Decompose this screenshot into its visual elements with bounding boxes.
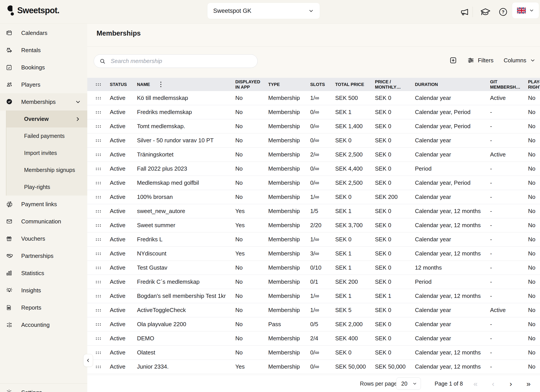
- sidebar-subitem-play-rights[interactable]: Play-rights: [6, 179, 87, 196]
- col-header-git_membership[interactable]: GIT MEMBERSH…: [490, 79, 528, 90]
- table-row[interactable]: ActiveFredrik C´s medlemskapNoMembership…: [87, 275, 540, 289]
- cell-total_price: SEK 1: [335, 264, 375, 271]
- table-row[interactable]: ActiveTräningskortetNoMembership2/∞SEK 2…: [87, 148, 540, 162]
- drag-handle-icon[interactable]: [95, 237, 110, 242]
- table-row[interactable]: ActiveDEMONoMembership2/4SEK 400SEK 0Cal…: [87, 332, 540, 346]
- drag-handle-icon[interactable]: [95, 152, 110, 157]
- table-row[interactable]: ActiveMedlemskap med golfbilNoMembership…: [87, 176, 540, 190]
- sidebar-collapse-button[interactable]: [83, 354, 93, 367]
- drag-handle-icon[interactable]: [95, 308, 110, 312]
- cell-total_price: SEK 1: [335, 250, 375, 257]
- filters-button[interactable]: Filters: [467, 57, 494, 64]
- drag-handle-icon[interactable]: [95, 322, 110, 327]
- sidebar-item-payment-links[interactable]: Payment links: [0, 196, 87, 213]
- drag-handle-icon[interactable]: [95, 138, 110, 143]
- rows-per-page-select[interactable]: 20: [396, 377, 421, 390]
- columns-button[interactable]: Columns: [504, 57, 535, 64]
- sidebar-item-players[interactable]: Players: [0, 76, 87, 93]
- drag-handle-icon[interactable]: [95, 280, 110, 284]
- drag-handle-icon[interactable]: [95, 167, 110, 171]
- drag-handle-icon[interactable]: [95, 266, 110, 270]
- cell-slots: 1/∞: [310, 194, 335, 201]
- table-row[interactable]: ActiveKö till medlemsskapNoMembership1/∞…: [87, 91, 540, 105]
- first-page-button[interactable]: «: [471, 378, 480, 389]
- language-selector[interactable]: [512, 2, 539, 19]
- sidebar-item-communication[interactable]: Communication: [0, 213, 87, 230]
- golf-cart-icon: [6, 47, 12, 54]
- sidebar-item-rentals[interactable]: Rentals: [0, 41, 87, 59]
- cell-duration: Calendar year, Period: [415, 109, 490, 116]
- sidebar-item-bookings[interactable]: Bookings: [0, 59, 87, 76]
- sidebar-item-reports[interactable]: Reports: [0, 299, 87, 316]
- drag-handle-icon[interactable]: [95, 351, 110, 355]
- column-menu-icon[interactable]: [160, 81, 162, 88]
- drag-handle-icon[interactable]: [95, 82, 110, 87]
- cell-git_membership: Active: [490, 151, 528, 158]
- cell-status: Active: [110, 264, 137, 271]
- drag-handle-icon[interactable]: [95, 181, 110, 185]
- col-header-total_price[interactable]: TOTAL PRICE: [335, 82, 375, 87]
- drag-handle-icon[interactable]: [95, 294, 110, 298]
- drag-handle-icon[interactable]: [95, 195, 110, 199]
- sidebar-item-accounting[interactable]: Accounting: [0, 316, 87, 333]
- add-button[interactable]: [449, 56, 457, 64]
- prev-page-button[interactable]: ‹: [488, 378, 498, 389]
- table-row[interactable]: ActiveFredriks medlemskapNoMembership0/∞…: [87, 105, 540, 119]
- drag-handle-icon[interactable]: [95, 209, 110, 213]
- col-header-displayed_in_app[interactable]: DISPLAYED IN APP: [235, 79, 268, 90]
- table-row[interactable]: ActiveActiveToggleCheckNoMembership1/∞SE…: [87, 303, 540, 317]
- sidebar-item-statistics[interactable]: Statistics: [0, 265, 87, 282]
- table-row[interactable]: ActiveBogdan's sell membership Test 1krN…: [87, 289, 540, 303]
- megaphone-icon[interactable]: [460, 7, 469, 17]
- drag-handle-icon[interactable]: [95, 96, 110, 100]
- table-row[interactable]: ActiveTomt medlemskap.NoMembership0/∞SEK…: [87, 119, 540, 133]
- graduation-cap-icon[interactable]: [480, 7, 491, 17]
- col-header-status[interactable]: STATUS: [110, 82, 137, 87]
- search-input[interactable]: [111, 58, 252, 65]
- col-header-duration[interactable]: DURATION: [415, 82, 490, 87]
- sidebar-item-settings[interactable]: Settings: [0, 384, 87, 392]
- table-row[interactable]: ActiveFall 2022 plus 2023NoMembership0/∞…: [87, 162, 540, 176]
- table-row[interactable]: ActiveTest GustavNoMembership0/10SEK 1SE…: [87, 261, 540, 275]
- sidebar-subitem-overview[interactable]: Overview: [6, 111, 87, 127]
- drag-handle-icon[interactable]: [95, 365, 110, 369]
- cell-duration: 12 months: [415, 264, 490, 271]
- cell-name: Kö till medlemsskap: [137, 95, 235, 101]
- table-row[interactable]: ActiveJunior 2334.YesMembership0/∞SEK 50…: [87, 360, 540, 374]
- drag-handle-icon[interactable]: [95, 223, 110, 228]
- sidebar-item-insights[interactable]: Insights: [0, 282, 87, 299]
- sidebar: Calendars Rentals Bookings Players Membe…: [0, 24, 87, 392]
- cell-play_right: No: [528, 109, 540, 116]
- drag-handle-icon[interactable]: [95, 124, 110, 129]
- table-row[interactable]: ActiveOla playvalue 2200NoPass0/5SEK 2,0…: [87, 317, 540, 332]
- col-header-price_monthly[interactable]: PRICE / MONTHLY…: [375, 79, 415, 90]
- sidebar-item-partnerships[interactable]: Partnerships: [0, 247, 87, 265]
- sidebar-item-calendars[interactable]: Calendars: [0, 24, 87, 41]
- chevron-down-icon: [308, 8, 314, 14]
- cell-play_right: No: [528, 179, 540, 186]
- next-page-button[interactable]: ›: [506, 378, 516, 389]
- table-row[interactable]: ActiveSweet summerYesMembership2/20SEK 3…: [87, 218, 540, 232]
- sidebar-subitem-import-invites[interactable]: Import invites: [6, 145, 87, 161]
- col-header-slots[interactable]: SLOTS: [310, 82, 335, 87]
- table-row[interactable]: Activesweet_new_autoreYesMembership1/5SE…: [87, 204, 540, 218]
- sidebar-subitem-failed-payments[interactable]: Failed payments: [6, 127, 87, 145]
- col-header-play_right[interactable]: PLAY-RIGHTS: [528, 79, 540, 90]
- table-row[interactable]: ActiveNYdiscountYesMembership3/∞SEK 1SEK…: [87, 246, 540, 261]
- drag-handle-icon[interactable]: [95, 110, 110, 115]
- last-page-button[interactable]: »: [524, 378, 533, 389]
- drag-handle-icon[interactable]: [95, 336, 110, 341]
- sidebar-item-vouchers[interactable]: Vouchers: [0, 230, 87, 247]
- drag-handle-icon[interactable]: [95, 251, 110, 256]
- cell-status: Active: [110, 179, 137, 186]
- table-row[interactable]: ActiveSilver - 50 rundor varav 10 PTNoMe…: [87, 133, 540, 148]
- help-icon[interactable]: ?: [499, 7, 508, 17]
- table-row[interactable]: ActiveFredriks LNoMembership1/∞SEK 0SEK …: [87, 232, 540, 246]
- sidebar-subitem-membership-signups[interactable]: Membership signups: [6, 161, 87, 179]
- club-selector[interactable]: Sweetspot GK: [207, 3, 320, 19]
- table-row[interactable]: ActiveOlatestNoMembership0/∞SEK 0SEK 0Ca…: [87, 346, 540, 360]
- table-row[interactable]: Active100% brorsanNoMembership1/∞SEK 0SE…: [87, 190, 540, 204]
- col-header-type[interactable]: TYPE: [268, 82, 310, 87]
- col-header-name[interactable]: NAME: [137, 81, 235, 88]
- sidebar-item-memberships[interactable]: Memberships: [0, 93, 87, 111]
